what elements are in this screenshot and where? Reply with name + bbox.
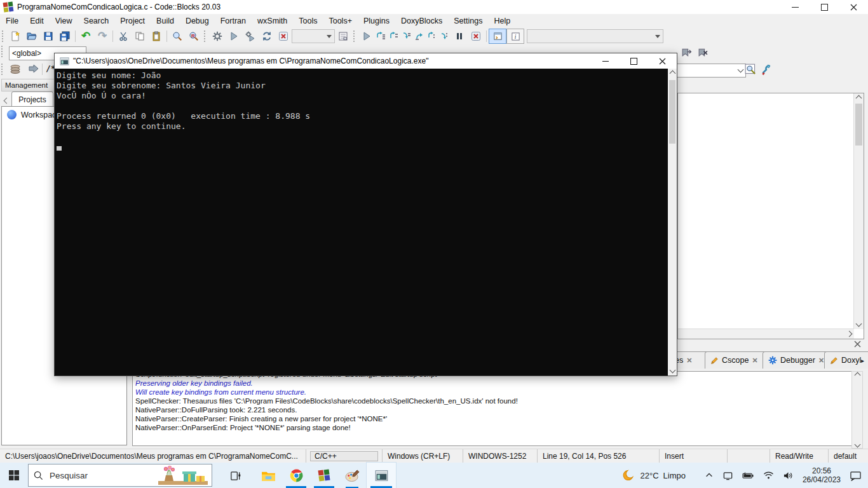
replace-button[interactable]: R: [186, 29, 202, 43]
menu-project[interactable]: Project: [114, 14, 151, 28]
step-out-button[interactable]: [413, 29, 426, 43]
menu-fortran[interactable]: Fortran: [215, 14, 252, 28]
chrome-button[interactable]: [282, 463, 310, 488]
new-file-button[interactable]: [7, 29, 24, 43]
save-all-button[interactable]: [57, 29, 73, 43]
console-output[interactable]: Digite seu nome: João Digite seu sobreno…: [55, 69, 668, 376]
toolbar-gripper[interactable]: [2, 30, 5, 42]
copy-button[interactable]: [132, 29, 148, 43]
scroll-up-arrow[interactable]: [854, 93, 864, 102]
debug-target-combo[interactable]: [527, 29, 663, 43]
log-vertical-scrollbar[interactable]: [851, 371, 863, 449]
open-file-button[interactable]: [24, 29, 40, 43]
build-target-combo[interactable]: [292, 29, 335, 43]
menu-help[interactable]: Help: [488, 14, 516, 28]
step-into-instruction-button[interactable]: [438, 29, 451, 43]
task-view-button[interactable]: [221, 463, 249, 488]
scroll-down-arrow[interactable]: [854, 442, 860, 448]
tab-close-icon[interactable]: ✕: [686, 356, 692, 365]
logs-close-icon[interactable]: [854, 341, 861, 348]
action-center-button[interactable]: [850, 470, 862, 481]
compiler-messages-button[interactable]: [335, 29, 351, 43]
clock-widget[interactable]: 20:56 26/04/2023: [803, 466, 841, 484]
redo-button[interactable]: ↷: [94, 29, 111, 43]
tray-expand-button[interactable]: [705, 471, 714, 480]
tab-overflow-button[interactable]: ▸: [861, 355, 867, 366]
maximize-button[interactable]: [810, 0, 839, 14]
console-close-button[interactable]: [648, 53, 677, 69]
toolbar-gripper[interactable]: [353, 30, 356, 42]
console-scrollbar[interactable]: [668, 69, 677, 376]
scrollbar-thumb[interactable]: [669, 80, 675, 144]
paste-button[interactable]: [148, 29, 165, 43]
minimize-button[interactable]: [780, 0, 810, 14]
find-button[interactable]: [169, 29, 186, 43]
scroll-down-arrow[interactable]: [854, 320, 864, 329]
save-button[interactable]: [40, 29, 57, 43]
menu-view[interactable]: View: [50, 14, 78, 28]
undo-button[interactable]: ↶: [78, 29, 94, 43]
various-info-button[interactable]: i: [506, 29, 524, 44]
abort-button[interactable]: [275, 29, 292, 43]
editor-horizontal-scrollbar[interactable]: [678, 329, 854, 339]
run-to-cursor-button[interactable]: [375, 29, 388, 43]
menu-doxyblocks[interactable]: DoxyBlocks: [395, 14, 448, 28]
menu-settings[interactable]: Settings: [448, 14, 488, 28]
console-maximize-button[interactable]: [620, 53, 648, 69]
menu-debug[interactable]: Debug: [180, 14, 215, 28]
tab-debugger[interactable]: Debugger ✕: [763, 351, 832, 369]
rebuild-button[interactable]: [259, 29, 275, 43]
close-button[interactable]: [839, 0, 868, 14]
battery-icon[interactable]: [742, 471, 754, 480]
console-window[interactable]: "C:\Users\joaos\OneDrive\Documentos\Meus…: [54, 53, 677, 376]
debugging-windows-button[interactable]: [489, 29, 506, 44]
toolbar-gripper[interactable]: [1, 46, 6, 57]
menu-tools-plus[interactable]: Tools+: [323, 14, 357, 28]
bookmark-next-icon[interactable]: [681, 47, 692, 58]
wifi-icon[interactable]: [763, 471, 774, 480]
debug-continue-button[interactable]: [358, 29, 375, 43]
scroll-up-arrow[interactable]: [668, 69, 677, 78]
tab-close-icon[interactable]: ✕: [818, 356, 824, 365]
bookmark-clear-icon[interactable]: [698, 47, 709, 58]
next-instruction-button[interactable]: [426, 29, 438, 43]
editor-vertical-scrollbar[interactable]: [853, 93, 864, 329]
console-taskbar-button[interactable]: [366, 462, 397, 488]
toolbar-gripper[interactable]: [204, 30, 207, 42]
start-button[interactable]: [0, 463, 28, 488]
tab-close-icon[interactable]: ✕: [752, 356, 757, 365]
taskbar-search-input[interactable]: Pesquisar: [28, 464, 212, 487]
scroll-down-arrow[interactable]: [668, 367, 677, 376]
menu-edit[interactable]: Edit: [24, 14, 50, 28]
weather-widget[interactable]: 22°C Limpo: [623, 469, 685, 482]
volume-icon[interactable]: [783, 471, 794, 480]
build-button[interactable]: [209, 29, 226, 43]
run-button[interactable]: [226, 29, 242, 43]
debug-stop-button[interactable]: [468, 29, 484, 43]
codeblocks-button[interactable]: [310, 463, 338, 488]
step-into-button[interactable]: [400, 29, 413, 43]
cut-button[interactable]: [115, 29, 132, 43]
scroll-right-arrow[interactable]: [846, 331, 853, 337]
console-minimize-button[interactable]: [591, 53, 620, 69]
tab-scroll-left-button[interactable]: [3, 95, 10, 105]
menu-tools[interactable]: Tools: [293, 14, 323, 28]
tab-projects[interactable]: Projects: [11, 92, 53, 107]
menu-plugins[interactable]: Plugins: [358, 14, 395, 28]
tablet-mode-icon[interactable]: [722, 470, 733, 481]
incremental-search-input[interactable]: [676, 64, 746, 78]
doxyblocks-extract-icon[interactable]: [9, 64, 22, 75]
file-explorer-button[interactable]: [254, 463, 282, 488]
editor-panel[interactable]: [677, 93, 864, 339]
scroll-up-arrow[interactable]: [854, 372, 860, 379]
incremental-search-icon[interactable]: [745, 64, 757, 76]
toolbar-gripper[interactable]: [1, 64, 6, 75]
menu-wxsmith[interactable]: wxSmith: [252, 14, 293, 28]
search-options-wrench-icon[interactable]: [760, 64, 773, 76]
scrollbar-thumb[interactable]: [855, 104, 862, 146]
menu-file[interactable]: File: [0, 14, 24, 28]
debug-pause-button[interactable]: [451, 29, 468, 43]
menu-build[interactable]: Build: [151, 14, 180, 28]
menu-search[interactable]: Search: [78, 14, 115, 28]
paint-button[interactable]: [338, 463, 366, 488]
